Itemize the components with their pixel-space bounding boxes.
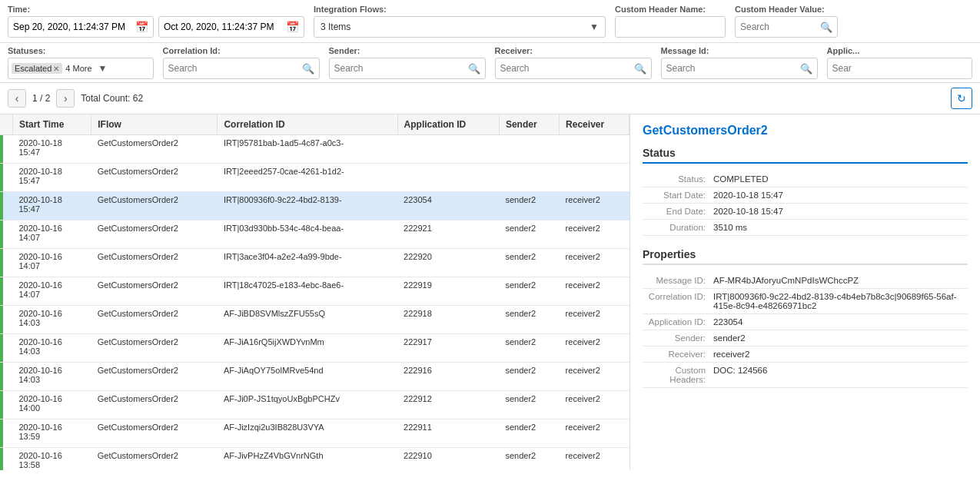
end-date-input[interactable] <box>164 22 283 32</box>
sender-detail-value: sender2 <box>712 330 968 346</box>
row-app-id: 222911 <box>397 419 499 448</box>
applic-label: Applic... <box>827 46 973 55</box>
row-app-id: 222916 <box>397 363 499 391</box>
row-status-bar <box>0 391 13 419</box>
end-date-detail-label: End Date: <box>643 204 712 220</box>
next-page-button[interactable]: › <box>56 89 75 108</box>
row-iflow: GetCustomersOrder2 <box>91 419 218 448</box>
integration-flows-arrow-icon: ▼ <box>590 22 599 32</box>
integration-flows-dropdown[interactable]: 3 Items ▼ <box>314 16 606 38</box>
escalated-tag-label: Escalated <box>15 64 51 73</box>
custom-header-value-search-icon[interactable]: 🔍 <box>820 22 832 33</box>
row-iflow: GetCustomersOrder2 <box>91 135 218 164</box>
filter-row-2: Statuses: Escalated ✕ 4 More ▼ Correlati… <box>0 43 980 83</box>
correlation-id-input[interactable] <box>168 63 299 74</box>
table-row[interactable]: 2020-10-18 15:47GetCustomersOrder2IRT|95… <box>0 135 630 164</box>
application-id-row: Application ID: 223054 <box>643 314 968 330</box>
table-row[interactable]: 2020-10-16 14:07GetCustomersOrder2IRT|03… <box>0 220 630 249</box>
integration-flows-filter: Integration Flows: 3 Items ▼ <box>314 5 606 38</box>
message-id-input[interactable] <box>666 63 797 74</box>
status-detail-table: Status: COMPLETED Start Date: 2020-10-18… <box>643 171 968 236</box>
custom-header-name-input[interactable] <box>620 22 720 32</box>
prev-page-button[interactable]: ‹ <box>8 89 26 108</box>
applic-input[interactable] <box>832 63 863 74</box>
sender-filter: Sender: 🔍 <box>329 46 486 79</box>
properties-section-header: Properties <box>643 248 968 265</box>
start-date-calendar-icon[interactable]: 📅 <box>135 21 148 33</box>
row-receiver: receiver2 <box>560 334 630 363</box>
duration-row: Duration: 3510 ms <box>643 220 968 236</box>
receiver-search-icon[interactable]: 🔍 <box>634 63 646 75</box>
receiver-label: Receiver: <box>495 46 652 55</box>
table-row[interactable]: 2020-10-16 14:07GetCustomersOrder2IRT|18… <box>0 277 630 306</box>
receiver-input[interactable] <box>500 63 631 74</box>
statuses-dropdown[interactable]: Escalated ✕ 4 More ▼ <box>8 58 154 79</box>
sender-input[interactable] <box>334 63 465 74</box>
end-date-wrap: 📅 <box>158 16 304 38</box>
row-iflow: GetCustomersOrder2 <box>91 363 218 391</box>
row-sender <box>499 135 559 164</box>
properties-detail-table: Message ID: AF-MR4bJAforyuCmNPdIsWChccPZ… <box>643 273 968 388</box>
row-correlation-id: IRT|3ace3f04-a2e2-4a99-9bde- <box>218 249 397 277</box>
custom-headers-detail-value: DOC: 124566 <box>712 363 968 388</box>
duration-value: 3510 ms <box>712 220 968 236</box>
custom-header-value-input[interactable] <box>740 22 817 32</box>
message-id-search-icon[interactable]: 🔍 <box>800 63 812 75</box>
receiver-col-header: Receiver <box>560 114 630 135</box>
table-row[interactable]: 2020-10-18 15:47GetCustomersOrder2IRT|80… <box>0 192 630 220</box>
receiver-filter: Receiver: 🔍 <box>495 46 652 79</box>
row-correlation-id: AF-JivPHzZ4VbGVnrNGth <box>218 448 397 471</box>
detail-panel: GetCustomersOrder2 Status Status: COMPLE… <box>630 114 980 470</box>
row-sender: sender2 <box>499 391 559 419</box>
start-date-detail-label: Start Date: <box>643 187 712 204</box>
row-correlation-id: IRT|2eeed257-0cae-4261-b1d2- <box>218 164 397 192</box>
row-iflow: GetCustomersOrder2 <box>91 448 218 471</box>
application-id-detail-label: Application ID: <box>643 314 712 330</box>
receiver-input-wrap: 🔍 <box>495 58 652 79</box>
sender-search-icon[interactable]: 🔍 <box>468 63 480 75</box>
table-row[interactable]: 2020-10-16 14:00GetCustomersOrder2AF-Ji0… <box>0 391 630 419</box>
end-date-calendar-icon[interactable]: 📅 <box>286 21 299 33</box>
message-id-detail-label: Message ID: <box>643 273 712 289</box>
row-app-id: 222918 <box>397 306 499 334</box>
table-row[interactable]: 2020-10-16 14:03GetCustomersOrder2AF-JiB… <box>0 306 630 334</box>
row-status-bar <box>0 277 13 306</box>
correlation-id-detail-value: IRT|800936f0-9c22-4bd2-8139-c4b4eb7b8c3c… <box>712 289 968 314</box>
message-id-detail-value: AF-MR4bJAforyuCmNPdIsWChccPZ <box>712 273 968 289</box>
row-start-time: 2020-10-16 14:07 <box>13 277 91 306</box>
table-row[interactable]: 2020-10-16 14:07GetCustomersOrder2IRT|3a… <box>0 249 630 277</box>
row-sender: sender2 <box>499 277 559 306</box>
table-row[interactable]: 2020-10-18 15:47GetCustomersOrder2IRT|2e… <box>0 164 630 192</box>
refresh-button[interactable]: ↻ <box>951 88 972 109</box>
row-start-time: 2020-10-16 14:03 <box>13 363 91 391</box>
row-correlation-id: AF-JizIzqi2u3IB828U3VYA <box>218 419 397 448</box>
correlation-id-search-icon[interactable]: 🔍 <box>302 63 314 75</box>
row-status-bar <box>0 306 13 334</box>
row-iflow: GetCustomersOrder2 <box>91 334 218 363</box>
escalated-tag-close-icon[interactable]: ✕ <box>53 65 59 73</box>
sender-col-header: Sender <box>499 114 559 135</box>
row-correlation-id: AF-JiBD8SVMlszZFU55sQ <box>218 306 397 334</box>
integration-flows-label: Integration Flows: <box>314 5 606 14</box>
message-id-filter: Message Id: 🔍 <box>661 46 818 79</box>
row-iflow: GetCustomersOrder2 <box>91 277 218 306</box>
row-start-time: 2020-10-18 15:47 <box>13 164 91 192</box>
row-status-bar <box>0 334 13 363</box>
row-correlation-id: IRT|95781bab-1ad5-4c87-a0c3- <box>218 135 397 164</box>
row-app-id <box>397 164 499 192</box>
row-start-time: 2020-10-16 14:00 <box>13 391 91 419</box>
row-app-id: 223054 <box>397 192 499 220</box>
application-id-detail-value: 223054 <box>712 314 968 330</box>
iflow-col-header: IFlow <box>91 114 218 135</box>
row-sender: sender2 <box>499 448 559 471</box>
table-row[interactable]: 2020-10-16 14:03GetCustomersOrder2AF-JiA… <box>0 334 630 363</box>
row-app-id <box>397 135 499 164</box>
custom-header-value-filter: Custom Header Value: 🔍 <box>735 5 838 38</box>
row-receiver: receiver2 <box>560 419 630 448</box>
table-row[interactable]: 2020-10-16 14:03GetCustomersOrder2AF-JiA… <box>0 363 630 391</box>
table-row[interactable]: 2020-10-16 13:58GetCustomersOrder2AF-Jiv… <box>0 448 630 471</box>
start-date-input[interactable] <box>13 22 132 32</box>
row-app-id: 222917 <box>397 334 499 363</box>
table-row[interactable]: 2020-10-16 13:59GetCustomersOrder2AF-Jiz… <box>0 419 630 448</box>
row-sender: sender2 <box>499 249 559 277</box>
